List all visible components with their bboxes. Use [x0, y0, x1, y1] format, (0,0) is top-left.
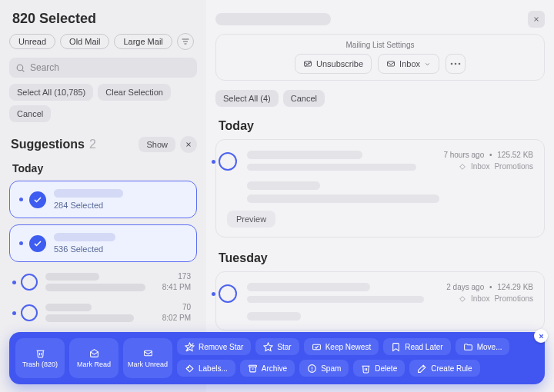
star-icon — [263, 342, 273, 352]
list-item[interactable]: 70 8:02 PM — [9, 299, 197, 327]
list-item[interactable]: 173 8:41 PM — [9, 268, 197, 296]
wand-icon — [417, 364, 427, 374]
sender-placeholder — [54, 233, 115, 241]
trash-820--button[interactable]: Trash (820) — [15, 338, 65, 378]
cancel-button[interactable]: Cancel — [9, 105, 51, 122]
subject-placeholder — [45, 284, 145, 291]
action-label: Spam — [321, 364, 341, 373]
action-label: Star — [277, 343, 291, 351]
subject-placeholder — [247, 151, 362, 159]
main-cancel-button[interactable]: Cancel — [283, 90, 325, 107]
tag-icon — [459, 295, 466, 303]
select-indicator[interactable] — [212, 152, 237, 171]
sender-placeholder — [45, 304, 92, 311]
select-all-button[interactable]: Select All (10,785) — [9, 84, 93, 101]
action-label: Keep Newest — [325, 343, 371, 351]
selected-group-card[interactable]: 536 Selected — [9, 224, 197, 262]
filter-settings-icon[interactable] — [177, 33, 194, 50]
preview-placeholder — [247, 296, 424, 303]
svg-line-4 — [22, 70, 24, 71]
bookmark-icon — [391, 342, 401, 352]
section-tuesday: Tuesday — [219, 251, 545, 265]
suggestions-count: 2 — [89, 138, 96, 151]
chip-large-mail[interactable]: Large Mail — [114, 34, 172, 49]
message-tag: Promotions — [494, 162, 533, 171]
keep-newest-button[interactable]: Keep Newest — [304, 338, 379, 355]
filter-chips: Unread Old Mail Large Mail — [9, 33, 197, 50]
chip-old-mail[interactable]: Old Mail — [60, 34, 109, 49]
close-panel-button[interactable] — [528, 11, 545, 28]
read-later-button[interactable]: Read Later — [383, 338, 450, 355]
mail-icon — [143, 348, 153, 358]
search-input[interactable]: Search — [9, 58, 197, 78]
inbox-label: Inbox — [399, 59, 420, 68]
action-label: Create Rule — [431, 364, 472, 373]
select-indicator[interactable] — [212, 284, 237, 303]
section-today: Today — [219, 119, 545, 133]
mail-open-icon — [89, 348, 99, 358]
chip-unread[interactable]: Unread — [9, 34, 55, 49]
actionbar-close-button[interactable] — [534, 329, 548, 343]
svg-point-27 — [312, 370, 312, 370]
action-label: Read Later — [405, 343, 442, 351]
svg-rect-17 — [144, 350, 152, 356]
svg-rect-11 — [388, 61, 395, 66]
row-time: 8:41 PM — [162, 282, 191, 293]
message-tag: Promotions — [494, 294, 533, 303]
message-tag: Inbox — [471, 162, 489, 171]
svg-rect-21 — [312, 344, 320, 350]
unsubscribe-label: Unsubscribe — [316, 59, 363, 68]
subject-placeholder — [45, 314, 134, 322]
archive-button[interactable]: Archive — [240, 360, 295, 377]
check-icon[interactable] — [29, 191, 46, 208]
action-label: Mark Unread — [128, 360, 168, 368]
row-time: 8:02 PM — [162, 313, 191, 324]
more-menu-button[interactable] — [446, 54, 466, 74]
star-off-icon — [185, 342, 195, 352]
suggestions-heading: Suggestions — [11, 138, 85, 151]
archive-icon — [248, 364, 258, 374]
suggestions-close-button[interactable] — [180, 136, 197, 153]
message-age: 7 hours ago — [443, 151, 484, 159]
selected-group-card[interactable]: 284 Selected — [9, 181, 197, 218]
message-size: 125.52 KB — [497, 151, 533, 159]
star-button[interactable]: Star — [255, 338, 299, 355]
message-card[interactable]: 7 hours ago • 125.52 KB Inbox Promotions… — [215, 139, 545, 238]
message-size: 124.29 KB — [497, 283, 533, 291]
check-icon[interactable] — [29, 235, 46, 252]
action-label: Move... — [477, 343, 502, 351]
line-placeholder — [247, 312, 301, 321]
create-rule-button[interactable]: Create Rule — [409, 360, 479, 377]
labels--button[interactable]: Labels... — [177, 360, 235, 377]
sender-title-placeholder — [215, 13, 331, 25]
spam-button[interactable]: Spam — [299, 360, 349, 377]
unread-dot — [19, 241, 23, 245]
remove-star-button[interactable]: Remove Star — [177, 338, 251, 355]
sender-placeholder — [54, 189, 123, 198]
mark-unread-button[interactable]: Mark Unread — [123, 338, 172, 378]
preview-button[interactable]: Preview — [227, 211, 275, 228]
delete-button[interactable]: Delete — [353, 360, 405, 377]
bulk-action-bar: Trash (820)Mark ReadMark Unread Remove S… — [9, 332, 545, 384]
unread-dot — [12, 311, 16, 315]
clear-selection-button[interactable]: Clear Selection — [98, 84, 171, 101]
message-card[interactable]: 2 days ago • 124.29 KB Inbox Promotions — [215, 271, 545, 331]
move--button[interactable]: Move... — [456, 338, 510, 355]
svg-point-22 — [188, 367, 189, 367]
action-label: Delete — [375, 364, 397, 373]
line-placeholder — [247, 181, 320, 190]
mark-read-button[interactable]: Mark Read — [69, 338, 118, 378]
inbox-dropdown[interactable]: Inbox — [378, 54, 439, 74]
subject-placeholder — [247, 283, 370, 291]
main-select-all-button[interactable]: Select All (4) — [215, 90, 279, 107]
select-ring-icon[interactable] — [21, 274, 38, 291]
alert-icon — [307, 364, 317, 374]
sender-placeholder — [45, 273, 99, 281]
unsubscribe-button[interactable]: Unsubscribe — [295, 54, 372, 74]
trash-icon — [361, 364, 371, 374]
select-ring-icon[interactable] — [21, 304, 38, 321]
suggestions-show-button[interactable]: Show — [138, 137, 175, 152]
preview-placeholder — [247, 164, 416, 171]
unread-dot — [19, 198, 23, 201]
action-label: Labels... — [199, 364, 228, 373]
